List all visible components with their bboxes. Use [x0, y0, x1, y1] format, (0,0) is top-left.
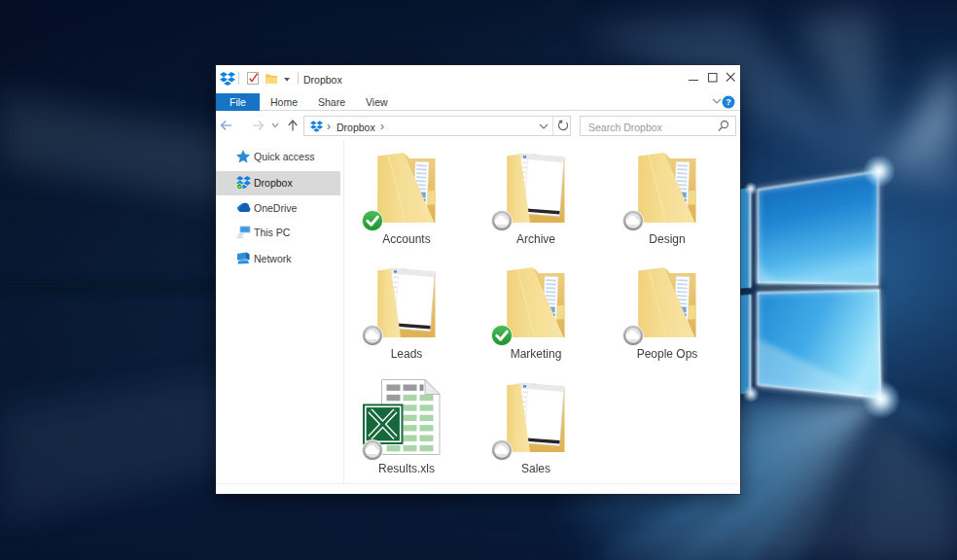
svg-text:?: ? [726, 97, 731, 107]
